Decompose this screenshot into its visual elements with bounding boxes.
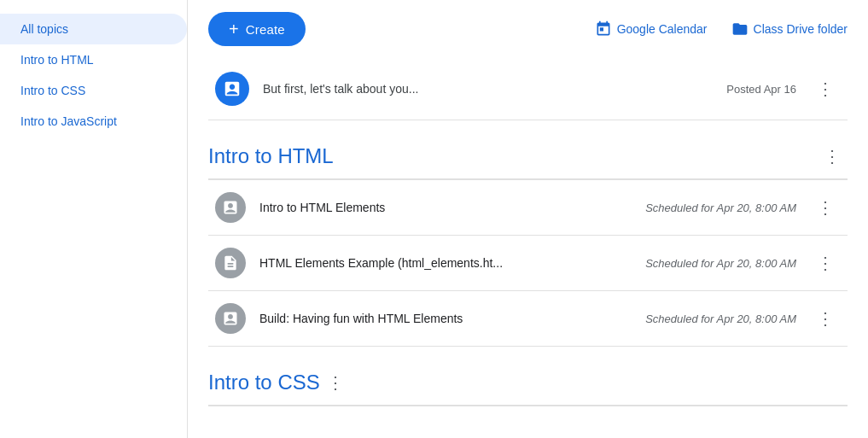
assignment-more-button-html-elements[interactable]: ⋮ (810, 192, 841, 223)
create-button[interactable]: + Create (208, 12, 306, 46)
create-plus-icon: + (229, 20, 239, 38)
sidebar-item-intro-js[interactable]: Intro to JavaScript (0, 106, 187, 137)
class-drive-label: Class Drive folder (754, 22, 848, 36)
announcement-date: Posted Apr 16 (726, 83, 796, 96)
topic-css-header: Intro to CSS ⋮ (208, 367, 848, 406)
topic-html-more-button[interactable]: ⋮ (817, 141, 848, 172)
announcement-icon-circle (215, 72, 249, 106)
class-drive-link[interactable]: Class Drive folder (731, 20, 848, 38)
sidebar-item-intro-html[interactable]: Intro to HTML (0, 44, 187, 75)
announcement-card: But first, let's talk about you... Poste… (208, 58, 848, 120)
topic-html-header: Intro to HTML ⋮ (208, 141, 848, 180)
assignment-item-html-example[interactable]: HTML Elements Example (html_elements.ht.… (208, 236, 848, 291)
assignment-more-button-html-example[interactable]: ⋮ (810, 248, 841, 278)
folder-icon (731, 20, 749, 38)
assignment-scheduled-html-build: Scheduled for Apr 20, 8:00 AM (645, 312, 796, 325)
topic-css-section: Intro to CSS ⋮ (208, 367, 848, 406)
assignment-scheduled-html-example: Scheduled for Apr 20, 8:00 AM (645, 257, 796, 270)
announcement-text: But first, let's talk about you... (263, 82, 713, 96)
sidebar-item-all-topics[interactable]: All topics (0, 14, 187, 44)
assignment-name-html-elements: Intro to HTML Elements (259, 201, 632, 214)
calendar-icon (595, 20, 612, 38)
assignment-item-html-build[interactable]: Build: Having fun with HTML ElementsSche… (208, 291, 848, 347)
topic-html-title: Intro to HTML (208, 144, 817, 168)
content-area: But first, let's talk about you... Poste… (188, 58, 868, 438)
topic-css-more-button[interactable]: ⋮ (320, 367, 351, 398)
sidebar: All topicsIntro to HTMLIntro to CSSIntro… (0, 0, 188, 438)
topic-html-section: Intro to HTML ⋮ Intro to HTML ElementsSc… (208, 141, 848, 347)
html-assignments-list: Intro to HTML ElementsScheduled for Apr … (208, 180, 848, 347)
topic-css-title: Intro to CSS (208, 371, 320, 394)
topbar: + Create Google Calendar Class Drive fol… (188, 0, 868, 58)
assignment-more-button-html-build[interactable]: ⋮ (810, 303, 841, 334)
assignment-name-html-example: HTML Elements Example (html_elements.ht.… (259, 256, 632, 270)
assignment-scheduled-html-elements: Scheduled for Apr 20, 8:00 AM (645, 201, 796, 214)
assignment-item-html-elements[interactable]: Intro to HTML ElementsScheduled for Apr … (208, 180, 848, 236)
assignment-name-html-build: Build: Having fun with HTML Elements (259, 312, 632, 325)
create-label: Create (246, 22, 285, 37)
assignment-icon-html-example (215, 248, 246, 278)
assignment-icon-html-elements (215, 192, 246, 223)
sidebar-item-intro-css[interactable]: Intro to CSS (0, 75, 187, 106)
announcement-more-button[interactable]: ⋮ (810, 73, 841, 104)
google-calendar-label: Google Calendar (617, 22, 708, 36)
main-content: + Create Google Calendar Class Drive fol… (188, 0, 868, 438)
google-calendar-link[interactable]: Google Calendar (595, 20, 708, 38)
assignment-icon-html-build (215, 303, 246, 334)
